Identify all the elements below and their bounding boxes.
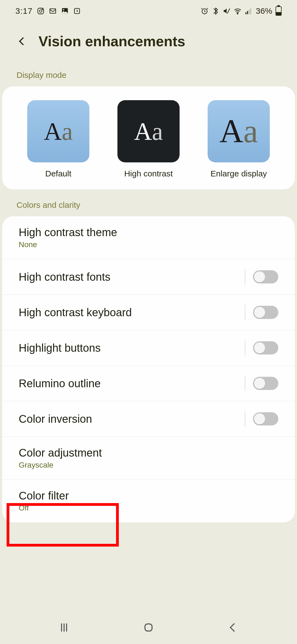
- row-high-contrast-theme[interactable]: High contrast theme None: [2, 216, 295, 259]
- row-text: Color adjustment Grayscale: [19, 447, 102, 470]
- svg-point-1: [40, 10, 42, 12]
- row-title: Highlight buttons: [19, 342, 101, 354]
- colors-clarity-card: High contrast theme None High contrast f…: [2, 216, 295, 522]
- row-text: Color inversion: [19, 413, 92, 425]
- row-text: High contrast theme None: [19, 226, 117, 249]
- aa-glyph: Aa: [44, 117, 73, 146]
- row-title: Relumino outline: [19, 377, 101, 390]
- nav-recents-button[interactable]: [56, 619, 72, 636]
- aa-glyph: Aa: [219, 112, 258, 150]
- vertical-divider: [245, 376, 245, 391]
- alarm-icon: [201, 7, 208, 15]
- toggle-color-inversion[interactable]: [253, 412, 278, 425]
- status-time: 3:17: [15, 6, 32, 16]
- row-title: Color filter: [19, 490, 69, 502]
- nav-back-button[interactable]: [225, 619, 241, 636]
- row-highlight-buttons[interactable]: Highlight buttons: [2, 330, 295, 366]
- svg-rect-13: [250, 9, 251, 14]
- svg-rect-12: [249, 10, 250, 14]
- svg-rect-3: [50, 9, 56, 13]
- vertical-divider: [245, 411, 245, 427]
- system-nav-bar: [0, 611, 297, 644]
- row-color-adjustment[interactable]: Color adjustment Grayscale: [2, 437, 295, 480]
- row-title: High contrast keyboard: [19, 306, 132, 319]
- status-right: 36%: [201, 6, 282, 16]
- toggle-highlight-buttons[interactable]: [253, 341, 278, 354]
- vertical-divider: [245, 305, 245, 320]
- status-left: 3:17: [15, 6, 81, 16]
- row-sub: None: [19, 240, 117, 249]
- wifi-icon: [234, 7, 241, 15]
- row-right: [245, 269, 278, 285]
- row-text: Relumino outline: [19, 377, 101, 390]
- battery-percentage: 36%: [256, 6, 272, 16]
- page-title: Vision enhancements: [38, 33, 185, 50]
- mode-enlarge-thumb: Aa: [208, 100, 270, 162]
- svg-point-9: [237, 13, 238, 14]
- section-display-mode-label: Display mode: [0, 66, 297, 86]
- row-color-inversion[interactable]: Color inversion: [2, 401, 295, 437]
- mute-icon: [223, 7, 230, 15]
- mode-default-label: Default: [45, 169, 71, 178]
- svg-rect-11: [247, 11, 248, 14]
- row-relumino-outline[interactable]: Relumino outline: [2, 366, 295, 401]
- row-text: High contrast keyboard: [19, 306, 132, 319]
- row-text: Highlight buttons: [19, 342, 101, 354]
- row-right: [245, 340, 278, 356]
- photo-icon: [61, 7, 69, 15]
- row-text: High contrast fonts: [19, 271, 111, 283]
- mode-high-contrast[interactable]: Aa High contrast: [117, 100, 180, 178]
- row-right: [245, 376, 278, 391]
- timer-icon: [73, 7, 81, 15]
- status-bar: 3:17 36%: [0, 0, 297, 22]
- row-sub: Grayscale: [19, 461, 102, 470]
- section-colors-clarity-label: Colors and clarity: [0, 189, 297, 216]
- toggle-relumino-outline[interactable]: [253, 377, 278, 390]
- display-mode-card: Aa Default Aa High contrast Aa Enlarge d…: [2, 86, 295, 189]
- row-title: Color inversion: [19, 413, 92, 425]
- svg-point-2: [42, 9, 43, 9]
- row-high-contrast-keyboard[interactable]: High contrast keyboard: [2, 295, 295, 330]
- row-text: Color filter Off: [19, 490, 69, 512]
- back-button[interactable]: [16, 36, 28, 47]
- row-title: Color adjustment: [19, 447, 102, 459]
- row-right: [245, 305, 278, 320]
- toggle-high-contrast-keyboard[interactable]: [253, 306, 278, 319]
- row-title: High contrast fonts: [19, 271, 111, 283]
- row-color-filter[interactable]: Color filter Off: [2, 480, 295, 522]
- svg-rect-17: [145, 624, 152, 631]
- page-header: Vision enhancements: [0, 22, 297, 66]
- svg-point-5: [63, 9, 64, 10]
- signal-icon: [245, 7, 252, 15]
- row-sub: Off: [19, 504, 69, 512]
- svg-line-8: [227, 9, 230, 14]
- mode-high-contrast-label: High contrast: [124, 169, 173, 178]
- battery-icon: [276, 6, 282, 16]
- mode-default[interactable]: Aa Default: [27, 100, 89, 178]
- gmail-icon: [49, 7, 57, 15]
- vertical-divider: [245, 269, 245, 285]
- row-high-contrast-fonts[interactable]: High contrast fonts: [2, 259, 295, 295]
- row-title: High contrast theme: [19, 226, 117, 239]
- svg-rect-10: [245, 12, 246, 14]
- nav-home-button[interactable]: [140, 619, 157, 636]
- aa-glyph: Aa: [134, 117, 163, 146]
- mode-enlarge[interactable]: Aa Enlarge display: [208, 100, 270, 178]
- vertical-divider: [245, 340, 245, 356]
- display-mode-row: Aa Default Aa High contrast Aa Enlarge d…: [2, 86, 295, 189]
- toggle-high-contrast-fonts[interactable]: [253, 270, 278, 283]
- mode-enlarge-label: Enlarge display: [210, 169, 267, 178]
- mode-high-contrast-thumb: Aa: [117, 100, 180, 162]
- instagram-icon: [37, 7, 45, 15]
- row-right: [245, 411, 278, 427]
- mode-default-thumb: Aa: [27, 100, 89, 162]
- bluetooth-icon: [212, 7, 219, 15]
